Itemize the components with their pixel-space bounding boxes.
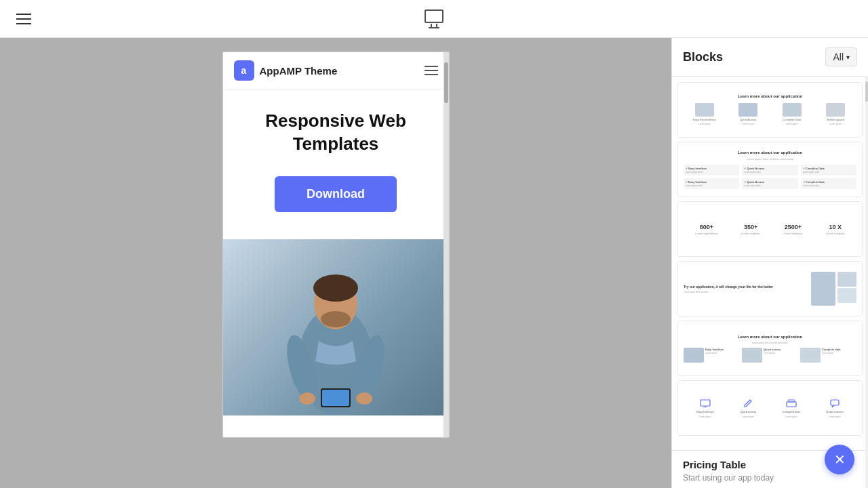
block-1-item: Complete Data Lorem ipsum [771, 103, 813, 125]
mobile-preview: a AppAMP Theme Responsive Web Templates … [222, 52, 450, 438]
block-card-features-dark[interactable]: Learn more about our application Lorem i… [677, 321, 863, 376]
mobile-logo-icon: a [234, 60, 254, 81]
svg-rect-9 [322, 390, 349, 406]
block-6-item: Quick connect Lorem ipsum [826, 399, 843, 418]
stat-item: 10 X Lorem analytics [826, 224, 845, 235]
monitor-mini-icon [700, 399, 711, 407]
chat-mini-icon [830, 399, 840, 407]
block-2-item: ✓ Quick Access Lorem ipsum dolor [742, 178, 797, 189]
block-1-item: Quick Access Lorem ipsum [728, 103, 770, 125]
header [0, 0, 868, 38]
block-2-subtitle: Lorem ipsum dolor sit amet consectetur [746, 157, 793, 161]
block-card-icons-grid[interactable]: Easy Interface Lorem ipsum Quick access … [677, 380, 863, 436]
download-button[interactable]: Download [275, 176, 397, 212]
svg-point-7 [356, 392, 372, 405]
svg-point-6 [299, 392, 315, 405]
block-5-item: Complete data Lorem ipsum [800, 348, 856, 363]
monitor-icon[interactable] [425, 9, 443, 28]
block-1-grid: Easy Star Interface Lorem ipsum Quick Ac… [684, 103, 856, 125]
block-preview-1: Learn more about our application Easy St… [678, 83, 862, 137]
mobile-logo: a AppAMP Theme [234, 60, 338, 81]
block-6-item: Easy Interface Lorem ipsum [696, 399, 714, 418]
block-4-images [811, 272, 856, 306]
block-5-item: Easy Interface Lorem ipsum [684, 348, 740, 363]
stat-item: 2500+ Lorem analytics [783, 224, 802, 235]
stat-item: 800+ Lorem applications [695, 224, 718, 235]
block-6-item: Quick access Lorem ipsum [740, 399, 756, 418]
block-card-features-grid-images[interactable]: Learn more about our application Easy St… [677, 82, 863, 138]
block-card-stats[interactable]: 800+ Lorem applications 350+ Lorem analy… [677, 201, 863, 257]
block-preview-5: Learn more about our application Lorem i… [678, 321, 862, 375]
sidebar-title: Blocks [683, 50, 723, 64]
chevron-down-icon: ▾ [846, 54, 850, 61]
block-preview-4: Try our application, it will change your… [678, 262, 862, 316]
stat-item: 350+ Lorem analytics [741, 224, 760, 235]
block-2-item: ✓ Easy Interface Lorem ipsum dolor [684, 178, 739, 189]
block-card-features-list-cards[interactable]: Learn more about our application Lorem i… [677, 142, 863, 197]
block-preview-6: Easy Interface Lorem ipsum Quick access … [678, 381, 862, 435]
svg-point-3 [321, 311, 351, 327]
block-5-grid: Easy Interface Lorem ipsum Quick access … [684, 348, 856, 363]
hero-title: Responsive Web Templates [237, 110, 435, 156]
block-2-item: ✓ Complete Data Lorem ipsum dolor [801, 178, 856, 189]
svg-rect-10 [701, 400, 710, 406]
close-fab-button[interactable]: ✕ [825, 445, 854, 474]
edit-mini-icon [743, 399, 753, 408]
block-2-title: Learn more about our application [738, 150, 802, 155]
svg-rect-15 [831, 400, 839, 405]
block-preview-2: Learn more about our application Lorem i… [678, 142, 862, 197]
block-card-app-showcase[interactable]: Try our application, it will change your… [677, 261, 863, 317]
block-5-item: Quick access Lorem ipsum [742, 348, 798, 363]
block-2-grid-row2: ✓ Easy Interface Lorem ipsum dolor ✓ Qui… [684, 178, 856, 189]
canvas-area: a AppAMP Theme Responsive Web Templates … [0, 38, 671, 488]
mobile-nav: a AppAMP Theme [223, 52, 449, 89]
svg-point-2 [313, 274, 358, 302]
mobile-hero-image [223, 239, 449, 415]
block-1-item: Mobile support Lorem ipsum [815, 103, 857, 125]
block-2-item: ✓ Complete Data Lorem ipsum dolor [801, 165, 856, 176]
mobile-scrollbar-thumb [444, 62, 448, 103]
block-2-item: ✓ Quick Access Lorem ipsum dolor [742, 165, 797, 176]
pricing-subtitle: Start using our app today [683, 473, 857, 483]
sidebar-header: Blocks All ▾ [672, 38, 868, 77]
right-sidebar: Blocks All ▾ Learn more about our applic… [671, 38, 868, 488]
block-4-left: Try our application, it will change your… [684, 285, 807, 293]
main-area: a AppAMP Theme Responsive Web Templates … [0, 38, 868, 488]
block-5-title: Learn more about our application [738, 335, 802, 339]
block-1-title: Learn more about our application [738, 94, 802, 98]
mobile-scrollbar[interactable] [443, 52, 449, 437]
blocks-list: Learn more about our application Easy St… [672, 77, 868, 450]
block-1-item: Easy Star Interface Lorem ipsum [684, 103, 726, 125]
mobile-hero: Responsive Web Templates Download [223, 89, 449, 226]
all-filter-dropdown[interactable]: All ▾ [825, 47, 857, 66]
hamburger-menu-button[interactable] [14, 11, 34, 27]
svg-rect-14 [788, 400, 795, 402]
mobile-logo-text: AppAMP Theme [260, 65, 338, 77]
person-silhouette-icon [268, 253, 403, 415]
svg-rect-13 [787, 402, 796, 407]
mobile-hamburger-icon [425, 66, 438, 75]
block-2-item: ✓ Easy Interface Lorem ipsum dolor [684, 165, 739, 176]
block-2-grid-row1: ✓ Easy Interface Lorem ipsum dolor ✓ Qui… [684, 165, 856, 176]
block-5-subtitle: Lorem ipsum dolor sit amet consectetur [752, 342, 788, 344]
layers-mini-icon [786, 399, 797, 407]
block-6-item: Complete data Lorem ipsum [783, 399, 800, 418]
block-preview-3: 800+ Lorem applications 350+ Lorem analy… [678, 202, 862, 256]
